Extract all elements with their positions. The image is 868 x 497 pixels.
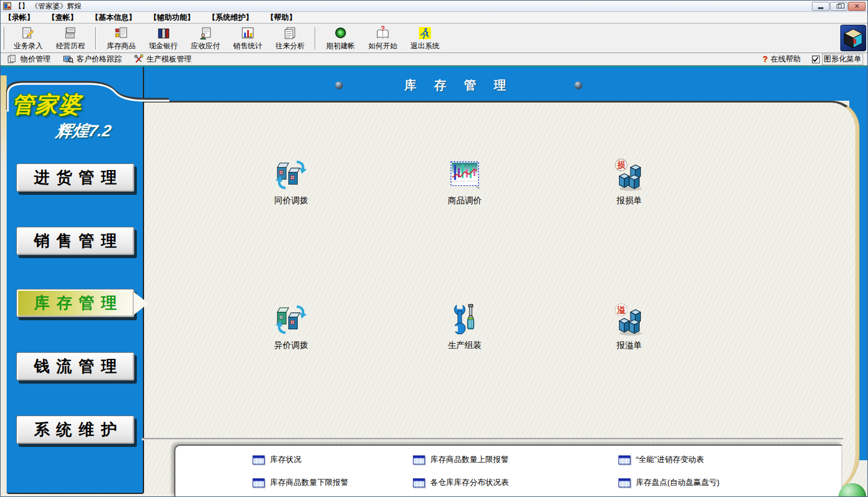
sidebar-item-inventory[interactable]: 库存管理	[16, 289, 134, 317]
graphical-menu-label: 图形化菜单	[823, 54, 863, 65]
svg-text:损: 损	[617, 160, 626, 169]
separator-groove	[142, 438, 843, 440]
toolbar-label: 生产模板管理	[146, 54, 192, 65]
shortcut-production-assembly[interactable]: 生产组装	[420, 302, 510, 351]
table-icon	[618, 455, 631, 464]
brand-logo	[840, 25, 866, 54]
toolbar-separator	[315, 27, 316, 49]
ledger-icon	[63, 26, 78, 40]
inventory-icon	[114, 26, 128, 40]
menu-record[interactable]: 【录帐】	[4, 13, 34, 23]
check-icon	[813, 57, 819, 62]
shortcut-same-price-transfer[interactable]: 同价调拨	[246, 157, 336, 206]
restore-button[interactable]	[830, 2, 848, 11]
toolbar-customer-price-tracking[interactable]: 客户价格跟踪	[63, 54, 122, 65]
toolbar-label: 库存商品	[107, 41, 136, 51]
toolbar: 业务录入 经营历程 库存商品	[1, 24, 867, 53]
table-icon	[413, 478, 425, 487]
toolbar-sales-stats[interactable]: 销售统计	[227, 25, 269, 52]
toolbar-cash-bank[interactable]: 现金银行	[142, 25, 184, 52]
page-title: 库 存 管 理	[404, 77, 514, 93]
tools-icon	[134, 54, 143, 64]
toolbar-grip[interactable]	[2, 27, 4, 49]
graphical-menu-checkbox[interactable]	[812, 55, 820, 63]
shortcut-overflow-report[interactable]: 溢 报溢单	[584, 302, 675, 351]
monitor-magnifier-icon	[63, 54, 74, 64]
shortcut-loss-report[interactable]: 损 报损单	[584, 157, 675, 206]
toolbar-label: 现金银行	[149, 41, 178, 51]
analysis-doc-icon	[283, 26, 297, 40]
table-icon	[253, 455, 265, 464]
shortcut-goods-price-adjust[interactable]: 商品调价	[420, 157, 510, 206]
toolbar-label: 如何开始	[368, 41, 397, 51]
menubar: 【录帐】 【查帐】 【基本信息】 【辅助功能】 【系统维护】 【帮助】	[1, 12, 867, 24]
report-panel: 库存状况 库存商品数量上限报警 “全能”进销存变动表	[174, 445, 842, 496]
brand-name: 管家婆	[11, 90, 82, 120]
toolbar-business-entry[interactable]: 业务录入	[7, 25, 49, 52]
report-lower-limit-alarm[interactable]: 库存商品数量下限报警	[253, 477, 348, 488]
report-label: “全能”进销存变动表	[636, 454, 704, 465]
report-omnipotent-change-table[interactable]: “全能”进销存变动表	[618, 454, 704, 465]
price-docs-icon	[7, 54, 17, 64]
toolbar-receivable-payable[interactable]: 应收应付	[184, 25, 227, 52]
report-label: 库存状况	[270, 454, 301, 465]
restore-icon	[837, 4, 841, 8]
toolbar-exit-system[interactable]: 退出系统	[404, 25, 446, 52]
loss-note-icon: 损	[612, 157, 647, 192]
shortcut-label: 报溢单	[617, 340, 642, 351]
sidebar-item-cashflow[interactable]: 钱流管理	[16, 352, 134, 381]
help-question-icon: ?	[763, 54, 768, 64]
shortcut-diff-price-transfer[interactable]: 异价调拨	[246, 302, 336, 351]
toolbar-inventory-goods[interactable]: 库存商品	[100, 25, 142, 52]
report-warehouse-distribution[interactable]: 各仓库库存分布状况表	[413, 477, 509, 488]
toolbar-initial-account[interactable]: 期初建帐	[319, 25, 362, 52]
shortcut-label: 生产组装	[448, 340, 482, 351]
online-help[interactable]: ? 在线帮助	[763, 54, 801, 65]
toolbar-production-template[interactable]: 生产模板管理	[134, 54, 192, 65]
table-icon	[618, 478, 631, 487]
toolbar-label: 销售统计	[233, 41, 262, 51]
close-button[interactable]: ✕	[848, 2, 866, 11]
toolbar-label: 经营历程	[56, 41, 85, 51]
main-area: 库 存 管 理 管家婆 辉煌7.2 进货管理 销售管理 库存管理 钱流管理 系统…	[1, 66, 867, 496]
toolbar-label: 往来分析	[275, 41, 304, 51]
shortcut-label: 商品调价	[448, 195, 482, 206]
table-icon	[413, 455, 425, 464]
app-window: 【】 《管家婆》辉煌 ✕ 【录帐】 【查帐】 【基本信息】 【辅助功能】 【系统…	[0, 0, 868, 497]
exit-runner-icon	[418, 26, 432, 40]
toolbar-how-to-start[interactable]: ? 如何开始	[362, 25, 404, 52]
minimize-button[interactable]	[812, 2, 829, 11]
toolbar-business-history[interactable]: 经营历程	[49, 25, 92, 52]
titlebar: 【】 《管家婆》辉煌 ✕	[1, 1, 867, 12]
window-title: 【】 《管家婆》辉煌	[14, 1, 81, 11]
report-inventory-status[interactable]: 库存状况	[253, 454, 301, 465]
toolbar-label: 应收应付	[191, 41, 220, 51]
menu-aux-functions[interactable]: 【辅助功能】	[149, 13, 195, 23]
receivable-icon	[198, 26, 213, 40]
page-header: 库 存 管 理	[335, 77, 582, 93]
menu-basic-info[interactable]: 【基本信息】	[91, 13, 136, 23]
toolbar-price-management[interactable]: 物价管理	[7, 54, 51, 65]
notepad-pencil-icon	[21, 26, 36, 40]
menu-query[interactable]: 【查帐】	[48, 13, 78, 23]
minimize-icon	[818, 7, 823, 9]
sphere-bullet-icon	[335, 81, 343, 89]
close-icon: ✕	[854, 3, 860, 10]
shortcut-label: 异价调拨	[274, 340, 308, 351]
menu-system-maintenance[interactable]: 【系统维护】	[208, 13, 253, 23]
price-chart-icon	[447, 157, 482, 192]
toolbar-separator	[95, 27, 96, 49]
sidebar-item-system-maintenance[interactable]: 系统维护	[16, 416, 134, 444]
svg-text:?: ?	[381, 26, 385, 32]
report-stocktaking[interactable]: 库存盘点(自动盘赢盘亏)	[618, 477, 720, 488]
toolbar-contacts-analysis[interactable]: 往来分析	[269, 25, 311, 52]
sidebar-item-sales[interactable]: 销售管理	[16, 227, 134, 255]
sales-chart-icon	[241, 26, 255, 40]
report-upper-limit-alarm[interactable]: 库存商品数量上限报警	[413, 454, 509, 465]
sidebar-item-purchase[interactable]: 进货管理	[16, 163, 134, 192]
menu-help[interactable]: 【帮助】	[266, 13, 297, 23]
same-price-transfer-icon	[274, 157, 309, 192]
sphere-bullet-icon	[574, 81, 582, 89]
graphical-menu-toggle[interactable]: 图形化菜单	[812, 54, 863, 65]
overflow-note-icon: 溢	[612, 302, 647, 337]
